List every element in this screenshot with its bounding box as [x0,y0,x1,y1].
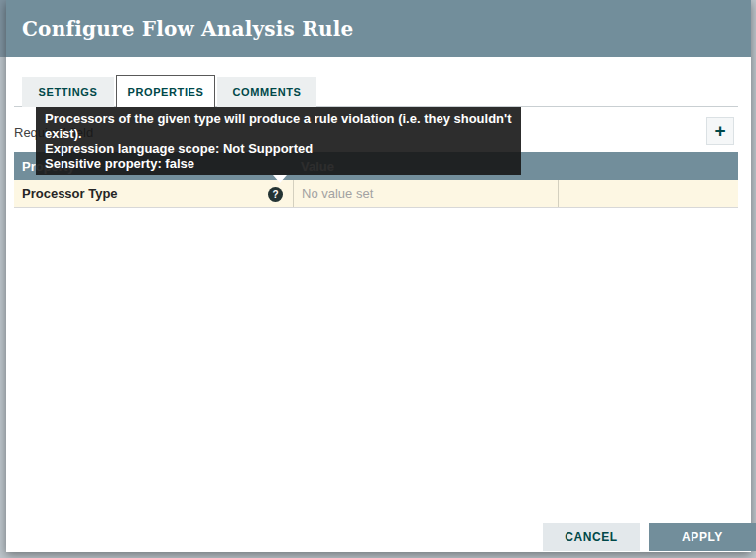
help-icon[interactable]: ? [268,187,283,202]
tooltip-arrow [273,175,287,183]
tab-settings[interactable]: SETTINGS [22,77,114,107]
apply-button-label: APPLY [682,530,723,544]
dialog-header: Configure Flow Analysis Rule [6,0,751,57]
dialog-footer: CANCEL APPLY [543,523,756,551]
property-value-cell[interactable]: No value set [293,180,558,207]
property-name: Processor Type [22,186,118,201]
tab-properties-label: PROPERTIES [128,86,204,98]
tooltip-line-description: Processors of the given type will produc… [45,111,512,141]
tab-properties[interactable]: PROPERTIES [116,75,215,107]
tab-settings-label: SETTINGS [39,86,98,98]
property-value-placeholder: No value set [302,186,373,201]
dialog-title: Configure Flow Analysis Rule [22,17,353,41]
property-extra-cell [558,180,738,207]
tooltip-line-sensitive: Sensitive property: false [45,156,512,171]
property-name-cell: Processor Type ? [14,180,293,207]
cancel-button-label: CANCEL [565,530,618,544]
table-row: Processor Type ? No value set [14,180,738,208]
cancel-button[interactable]: CANCEL [543,523,640,551]
apply-button[interactable]: APPLY [649,523,756,551]
configure-flow-analysis-rule-dialog: Configure Flow Analysis Rule SETTINGS PR… [6,0,751,552]
plus-icon: + [714,120,725,141]
tab-bar: SETTINGS PROPERTIES COMMENTS [22,75,318,107]
tooltip-line-el-scope: Expression language scope: Not Supported [45,141,512,156]
tab-comments[interactable]: COMMENTS [217,77,316,107]
add-property-button[interactable]: + [706,117,734,145]
question-mark-glyph: ? [272,189,278,200]
property-help-tooltip: Processors of the given type will produc… [36,107,521,175]
screen: Configure Flow Analysis Rule SETTINGS PR… [0,0,756,558]
tab-comments-label: COMMENTS [233,86,302,98]
